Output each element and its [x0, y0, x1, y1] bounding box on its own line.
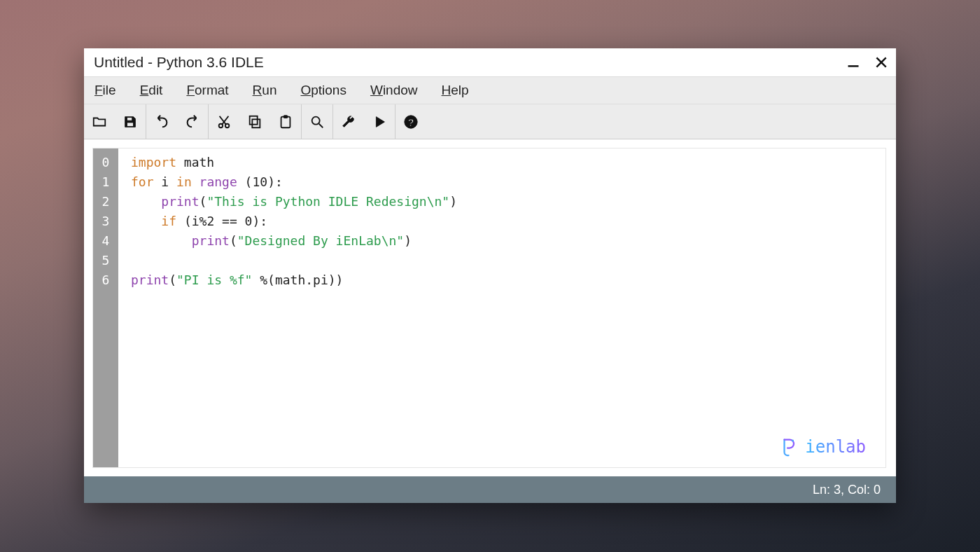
cut-icon — [216, 114, 232, 130]
code-line[interactable]: import math — [131, 153, 886, 172]
menu-edit[interactable]: Edit — [140, 83, 163, 98]
help-icon: ? — [403, 114, 419, 130]
code-content[interactable]: import mathfor i in range (10): print("T… — [118, 149, 886, 467]
svg-rect-1 — [127, 117, 132, 120]
editor-area: 0123456 import mathfor i in range (10): … — [84, 139, 896, 476]
menu-options[interactable]: Options — [300, 83, 346, 98]
svg-point-12 — [792, 440, 794, 442]
window-title: Untitled - Python 3.6 IDLE — [94, 54, 264, 71]
menubar: FileEditFormatRunOptionsWindowHelp — [84, 76, 896, 104]
cursor-position: Ln: 3, Col: 0 — [813, 483, 881, 497]
copy-button[interactable] — [239, 104, 270, 139]
open-button[interactable] — [84, 104, 115, 139]
statusbar: Ln: 3, Col: 0 — [84, 476, 896, 503]
line-number: 2 — [93, 192, 118, 212]
redo-icon — [185, 114, 200, 130]
code-line[interactable]: if (i%2 == 0): — [131, 212, 886, 231]
code-line[interactable]: print("This is Python IDLE Redesign\n") — [131, 192, 886, 212]
close-icon — [874, 55, 888, 69]
menu-window[interactable]: Window — [370, 83, 418, 98]
copy-icon — [247, 114, 262, 130]
svg-rect-8 — [284, 115, 288, 118]
idle-window: Untitled - Python 3.6 IDLE FileEditForma… — [84, 48, 896, 503]
svg-rect-7 — [281, 116, 290, 127]
minimize-icon — [846, 55, 860, 69]
line-number: 5 — [93, 251, 118, 270]
run-button[interactable] — [364, 104, 395, 139]
line-number: 4 — [93, 231, 118, 251]
menu-help[interactable]: Help — [442, 83, 469, 98]
line-number-gutter: 0123456 — [93, 149, 118, 467]
save-button[interactable] — [115, 104, 146, 139]
ienlab-logo: ienlab — [777, 436, 866, 457]
close-button[interactable] — [874, 55, 889, 70]
settings-button[interactable] — [333, 104, 364, 139]
code-line[interactable]: print("Designed By iEnLab\n") — [131, 231, 886, 251]
code-line[interactable] — [131, 251, 886, 270]
editor[interactable]: 0123456 import mathfor i in range (10): … — [92, 148, 886, 468]
svg-text:?: ? — [408, 116, 414, 127]
redo-button[interactable] — [177, 104, 208, 139]
folder-icon — [92, 114, 107, 130]
search-button[interactable] — [302, 104, 332, 139]
undo-button[interactable] — [146, 104, 177, 139]
line-number: 1 — [93, 172, 118, 192]
save-icon — [122, 114, 138, 130]
menu-file[interactable]: File — [94, 83, 116, 98]
menu-format[interactable]: Format — [186, 83, 228, 98]
search-icon — [309, 114, 325, 130]
svg-rect-5 — [252, 119, 260, 127]
line-number: 3 — [93, 212, 118, 231]
help-button[interactable]: ? — [396, 104, 426, 139]
svg-rect-6 — [250, 116, 258, 124]
undo-icon — [154, 114, 169, 130]
menu-run[interactable]: Run — [253, 83, 277, 98]
logo-mark-icon — [777, 436, 798, 457]
play-icon — [372, 114, 387, 130]
minimize-button[interactable] — [846, 55, 861, 70]
line-number: 6 — [93, 270, 118, 290]
svg-point-9 — [312, 116, 320, 124]
paste-icon — [278, 114, 293, 130]
svg-rect-2 — [127, 122, 133, 126]
logo-text: ienlab — [805, 437, 866, 457]
window-controls — [846, 55, 889, 70]
paste-button[interactable] — [270, 104, 301, 139]
code-line[interactable]: print("PI is %f" %(math.pi)) — [131, 270, 886, 290]
titlebar: Untitled - Python 3.6 IDLE — [84, 48, 896, 76]
code-line[interactable]: for i in range (10): — [131, 172, 886, 192]
svg-rect-0 — [848, 65, 859, 67]
toolbar: ? — [84, 104, 896, 139]
line-number: 0 — [93, 153, 118, 172]
wrench-icon — [341, 114, 356, 130]
cut-button[interactable] — [209, 104, 239, 139]
